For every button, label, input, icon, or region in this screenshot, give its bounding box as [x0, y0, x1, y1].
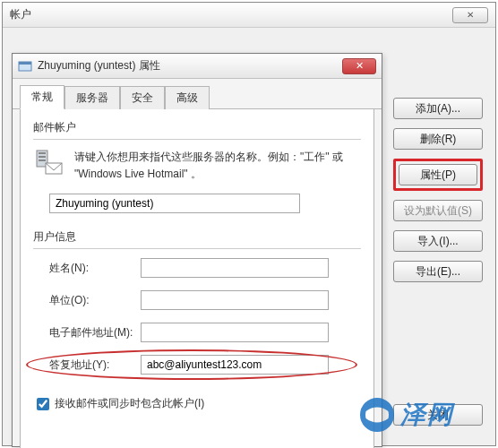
- delete-button[interactable]: 删除(R): [393, 128, 483, 150]
- close-row: 关闭: [393, 404, 483, 426]
- label-org: 单位(O):: [33, 293, 141, 308]
- svg-rect-1: [19, 62, 31, 65]
- row-reply: 答复地址(Y):: [33, 355, 329, 375]
- export-button[interactable]: 导出(E)...: [393, 261, 483, 282]
- input-org[interactable]: [141, 290, 329, 310]
- account-name-input[interactable]: [49, 194, 300, 213]
- tab-panel-general: 邮件帐户 请键入你想用来指代这些服务器的名称。例如："工作" 或 "Window…: [20, 109, 374, 448]
- tab-security[interactable]: 安全: [120, 86, 165, 109]
- properties-dialog: Zhuyuming (yuntest) 属性 ✕ 常规 服务器 安全 高级 邮件…: [12, 53, 382, 447]
- tab-general[interactable]: 常规: [20, 85, 64, 109]
- svg-rect-4: [39, 156, 46, 158]
- server-icon: [33, 149, 65, 177]
- tab-server[interactable]: 服务器: [64, 86, 120, 109]
- import-button[interactable]: 导入(I)...: [393, 230, 483, 252]
- parent-title: 帐户: [10, 7, 452, 22]
- parent-close-button[interactable]: ✕: [452, 7, 488, 23]
- row-org: 单位(O):: [33, 290, 361, 310]
- row-email: 电子邮件地址(M):: [33, 323, 361, 342]
- label-name: 姓名(N):: [33, 261, 141, 276]
- accounts-window: 帐户 ✕ 添加(A)... 删除(R) 属性(P) 设为默认值(S) 导入(I)…: [2, 2, 496, 446]
- input-reply[interactable]: [141, 355, 329, 375]
- tab-advanced[interactable]: 高级: [165, 86, 210, 109]
- dialog-icon: [18, 59, 32, 73]
- include-account-row: 接收邮件或同步时包含此帐户(I): [33, 396, 361, 411]
- set-default-button[interactable]: 设为默认值(S): [393, 200, 483, 221]
- add-button[interactable]: 添加(A)...: [393, 98, 483, 119]
- section-user-label: 用户信息: [33, 229, 361, 245]
- section-account-label: 邮件帐户: [33, 120, 361, 135]
- divider: [33, 248, 361, 249]
- include-account-checkbox[interactable]: [37, 398, 49, 410]
- divider: [33, 139, 361, 140]
- account-name-field: [49, 194, 361, 213]
- input-email[interactable]: [141, 323, 329, 342]
- svg-rect-3: [39, 152, 46, 154]
- row-name: 姓名(N):: [33, 258, 361, 278]
- right-button-column: 添加(A)... 删除(R) 属性(P) 设为默认值(S) 导入(I)... 导…: [393, 98, 483, 282]
- svg-rect-5: [39, 159, 46, 161]
- parent-body: 添加(A)... 删除(R) 属性(P) 设为默认值(S) 导入(I)... 导…: [3, 28, 495, 445]
- account-hint-row: 请键入你想用来指代这些服务器的名称。例如："工作" 或 "Windows Liv…: [33, 149, 361, 183]
- row-reply-wrap: 答复地址(Y):: [33, 355, 329, 387]
- dialog-close-button[interactable]: ✕: [342, 58, 376, 74]
- close-button[interactable]: 关闭: [393, 404, 483, 426]
- properties-button-highlight: 属性(P): [393, 159, 483, 191]
- label-email: 电子邮件地址(M):: [33, 325, 141, 340]
- include-account-label: 接收邮件或同步时包含此帐户(I): [55, 396, 204, 411]
- dialog-titlebar: Zhuyuming (yuntest) 属性 ✕: [13, 54, 382, 79]
- input-name[interactable]: [141, 258, 329, 278]
- dialog-title: Zhuyuming (yuntest) 属性: [38, 58, 337, 73]
- parent-titlebar: 帐户 ✕: [3, 3, 495, 28]
- account-hint-text: 请键入你想用来指代这些服务器的名称。例如："工作" 或 "Windows Liv…: [74, 149, 361, 183]
- label-reply: 答复地址(Y):: [33, 358, 141, 373]
- tab-strip: 常规 服务器 安全 高级: [13, 79, 382, 109]
- properties-button[interactable]: 属性(P): [399, 164, 477, 185]
